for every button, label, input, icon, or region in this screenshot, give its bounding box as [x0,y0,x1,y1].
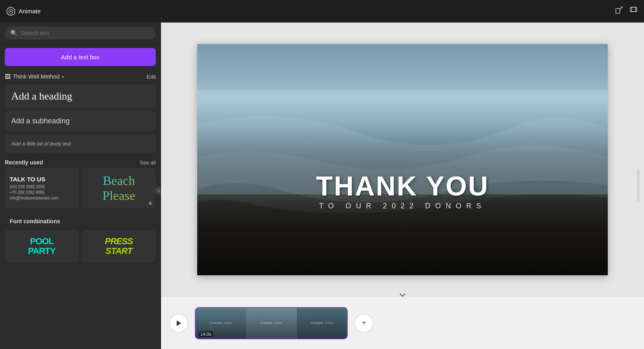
heading-style-item[interactable]: Add a heading [5,85,156,108]
font-combinations-header: Font combinations [5,213,156,227]
thank-you-heading: THANK YOU [316,171,489,201]
svg-point-1 [10,10,12,12]
clip-thumbnails: THANK YOU THANK YOU THANK YOU [196,308,347,339]
recently-used-header: Recently used See all [0,154,161,168]
card1-info: (04) 298 3985 2092 +76 209 1092 4095 inf… [10,184,74,201]
recently-used-grid: TALK TO US (04) 298 3985 2092 +76 209 10… [0,168,161,213]
canvas-main[interactable]: THANK YOU TO OUR 2022 DONORS [161,23,644,297]
clip-thumb-2: THANK YOU [246,308,297,339]
font-combinations-title: Font combinations [10,218,60,224]
slide-background: THANK YOU TO OUR 2022 DONORS [197,44,608,275]
heading-label: Add a heading [11,90,72,102]
recent-card-2[interactable]: Beach Please ♛ [82,168,156,208]
card1-title: TALK TO US [10,176,74,183]
recent-card-1[interactable]: TALK TO US (04) 298 3985 2092 +76 209 10… [5,168,79,208]
play-button[interactable] [169,314,188,333]
subheading-style-item[interactable]: Add a subheading [5,111,156,131]
animate-label: Animate [19,8,41,15]
brand-icon: 🖼 [5,73,10,80]
main-layout: 🔍 Add a text box 🖼 Think Well Method ▾ E… [0,23,644,349]
font-combinations-section: Font combinations POOL PARTY PRESS START [0,213,161,267]
chevron-down-icon: ▾ [62,75,64,79]
font-combo-pool-party[interactable]: POOL PARTY [5,230,79,262]
svg-rect-4 [632,7,636,12]
body-text-label: Add a little bit of body text [11,141,71,147]
font-combo-press-start[interactable]: PRESS START [82,230,156,262]
clip-thumb-2-label: THANK YOU [260,321,283,325]
edit-link[interactable]: Edit [147,74,156,80]
timeline-collapse-indicator[interactable] [399,291,406,299]
canvas-scroll-indicator [637,170,640,202]
press-start-text: PRESS START [105,237,133,256]
slide-text-overlay: THANK YOU TO OUR 2022 DONORS [316,171,489,210]
clip-duration: 14.0s [199,331,213,337]
timeline-clip[interactable]: THANK YOU THANK YOU THANK YOU 14.0s [195,307,348,339]
crown-icon: ♛ [148,200,153,206]
beach-please-text: Beach Please [87,173,151,203]
font-brand-row: 🖼 Think Well Method ▾ Edit [0,70,161,83]
app-header: Animate [0,0,644,23]
text-sidebar: 🔍 Add a text box 🖼 Think Well Method ▾ E… [0,23,161,349]
timeline-area: THANK YOU THANK YOU THANK YOU 14.0s + [161,297,644,349]
slide-canvas[interactable]: THANK YOU TO OUR 2022 DONORS [197,44,608,275]
animate-icon [6,7,15,16]
svg-rect-2 [616,8,620,13]
carousel-next-arrow[interactable]: › [155,187,161,195]
search-container: 🔍 [0,23,161,44]
share-button[interactable] [615,6,623,16]
canvas-area: THANK YOU TO OUR 2022 DONORS [161,23,644,349]
body-text-style-item[interactable]: Add a little bit of body text [5,134,156,153]
pool-party-text: POOL PARTY [28,237,56,256]
see-all-link[interactable]: See all [140,160,156,166]
subheading-label: Add a subheading [11,117,70,125]
brand-name-label: Think Well Method [13,73,60,80]
animate-button[interactable]: Animate [6,7,41,16]
donors-subtext: TO OUR 2022 DONORS [316,202,489,210]
search-icon: 🔍 [10,30,17,36]
add-slide-button[interactable]: + [354,314,374,333]
recently-used-title: Recently used [5,159,43,166]
font-brand-selector[interactable]: 🖼 Think Well Method ▾ [5,73,64,80]
font-combo-grid: POOL PARTY PRESS START [5,230,156,262]
clip-thumb-3-label: THANK YOU [311,321,333,325]
clip-thumb-1-label: THANK YOU [210,321,232,325]
clip-thumb-3: THANK YOU [297,308,347,339]
search-input[interactable] [21,30,150,36]
header-actions [615,6,638,16]
search-box[interactable]: 🔍 [5,27,156,39]
present-button[interactable] [630,6,638,16]
add-textbox-button[interactable]: Add a text box [5,48,156,66]
